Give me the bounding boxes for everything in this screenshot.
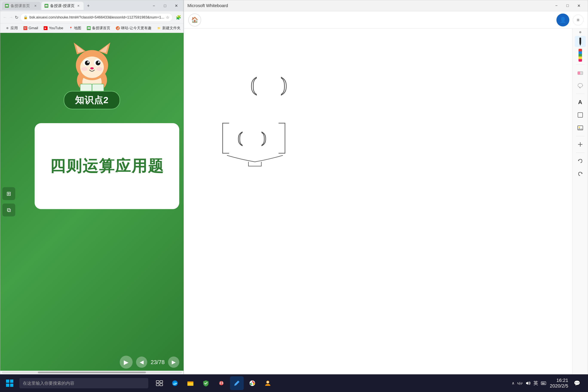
backup-home-favicon: 📖 bbox=[87, 26, 91, 30]
svg-point-11 bbox=[96, 60, 100, 65]
folder-favicon: 📁 bbox=[157, 26, 161, 30]
taskbar-notification-btn[interactable]: 23 bbox=[214, 376, 228, 390]
svg-point-28 bbox=[578, 84, 583, 87]
extensions-icon[interactable]: 🧩 bbox=[174, 13, 182, 22]
wb-right-toolbar: A bbox=[572, 28, 588, 374]
taskbar-task-view-btn[interactable] bbox=[152, 376, 166, 390]
tab2-favicon: 📖 bbox=[44, 4, 48, 8]
input-method-indicator[interactable]: 英 bbox=[534, 380, 538, 386]
wb-tool-pen-black[interactable] bbox=[575, 36, 586, 47]
wb-canvas[interactable]: ( ) ( ) bbox=[184, 28, 572, 374]
taskbar-action-center-btn[interactable]: 💬 bbox=[572, 378, 582, 388]
chrome-horizontal-scrollbar[interactable] bbox=[0, 371, 184, 374]
chrome-addressbar[interactable]: 🔒 bsk.aixuexi.com/shouke.html#/?classId=… bbox=[20, 13, 172, 22]
wb-tool-text[interactable]: A bbox=[575, 96, 586, 108]
taskbar-search[interactable]: 在这里输入你要搜索的内容 bbox=[19, 378, 148, 388]
wb-header: 🏠 👤 ≡ bbox=[184, 12, 588, 28]
knowledge-tag: 知识点2 bbox=[64, 91, 120, 110]
edge-icon bbox=[172, 380, 178, 387]
svg-rect-58 bbox=[544, 382, 544, 383]
taskbar-security-btn[interactable] bbox=[199, 376, 213, 390]
chrome-refresh-btn[interactable]: ↻ bbox=[15, 13, 18, 22]
wb-tool-eraser[interactable] bbox=[575, 67, 586, 78]
taskbar-profile-btn[interactable] bbox=[261, 376, 275, 390]
wb-minimize-btn[interactable]: − bbox=[551, 2, 562, 10]
gmail-label: Gmail bbox=[28, 26, 38, 30]
svg-point-52 bbox=[252, 382, 253, 384]
svg-point-12 bbox=[87, 61, 89, 63]
pen-icon bbox=[234, 380, 240, 387]
tray-caret[interactable]: ∧ bbox=[512, 381, 514, 386]
tab2-close[interactable]: ✕ bbox=[76, 4, 80, 8]
keyboard-icon[interactable] bbox=[541, 380, 546, 386]
wb-user-btn[interactable]: 👤 bbox=[556, 14, 569, 26]
star-icon[interactable]: ☆ bbox=[166, 15, 169, 20]
svg-rect-24 bbox=[580, 38, 581, 44]
chrome-back-btn[interactable]: ← bbox=[3, 13, 7, 22]
migu-label: 咪咕-让今天更有趣 bbox=[121, 26, 152, 30]
lesson-prev-btn[interactable]: ◀ bbox=[136, 356, 147, 368]
taskbar-explorer-btn[interactable] bbox=[184, 376, 197, 390]
wb-home-btn[interactable]: 🏠 bbox=[188, 14, 201, 26]
chrome-close-btn[interactable]: ✕ bbox=[171, 2, 182, 10]
wb-tool-shape[interactable] bbox=[575, 110, 586, 120]
lesson-play-btn[interactable]: ▶ bbox=[120, 356, 132, 368]
chrome-bookmarks-bar: ⚙ 应用 M Gmail ▶ YouTube 📍 地图 📖 备授课首页 🐮 咪咕… bbox=[0, 24, 184, 33]
wb-separator-4 bbox=[576, 152, 584, 153]
tab1-close[interactable]: ✕ bbox=[33, 4, 38, 8]
svg-point-13 bbox=[98, 61, 100, 63]
svg-rect-44 bbox=[160, 384, 163, 386]
wb-tool-add[interactable] bbox=[575, 139, 586, 150]
wb-color-strip[interactable] bbox=[578, 49, 582, 62]
task-view-icon bbox=[156, 380, 163, 387]
grid-view-btn[interactable]: ⊞ bbox=[2, 187, 15, 200]
copy-btn[interactable]: ⧉ bbox=[2, 204, 15, 216]
wb-menu-btn[interactable]: ≡ bbox=[573, 14, 584, 25]
content-card: 四则运算应用题 bbox=[34, 123, 179, 209]
apps-favicon: ⚙ bbox=[5, 26, 9, 30]
chrome-forward-btn[interactable]: → bbox=[9, 13, 13, 22]
chrome-tab-2[interactable]: 📖 备授课-授课页 ✕ bbox=[42, 2, 84, 10]
taskbar-start-btn[interactable] bbox=[2, 377, 17, 390]
scrollbar-track bbox=[2, 372, 182, 373]
svg-line-29 bbox=[580, 87, 580, 88]
svg-point-54 bbox=[267, 381, 269, 383]
eraser-dot-indicator bbox=[579, 31, 581, 33]
svg-point-15 bbox=[82, 67, 88, 71]
migu-favicon: 🐮 bbox=[116, 26, 120, 30]
bookmark-backup-home[interactable]: 📖 备授课首页 bbox=[85, 25, 112, 32]
network-icon[interactable] bbox=[517, 380, 523, 386]
bookmark-youtube[interactable]: ▶ YouTube bbox=[42, 25, 65, 32]
wb-tool-lasso[interactable] bbox=[575, 80, 586, 91]
taskbar-chrome-btn[interactable] bbox=[246, 376, 259, 390]
new-tab-button[interactable]: + bbox=[84, 2, 92, 10]
chrome-minimize-btn[interactable]: − bbox=[148, 2, 160, 10]
taskbar-clock[interactable]: 16:21 2020/2/5 bbox=[550, 378, 568, 389]
wb-close-btn[interactable]: ✕ bbox=[573, 2, 584, 10]
chrome-maximize-btn[interactable]: □ bbox=[160, 2, 171, 10]
wb-maximize-btn[interactable]: □ bbox=[562, 2, 573, 10]
chrome-tab-1[interactable]: 📖 备授课首页 ✕ bbox=[2, 2, 40, 10]
wb-tool-undo[interactable] bbox=[575, 156, 586, 166]
lesson-next-btn[interactable]: ▶ bbox=[168, 356, 179, 368]
svg-text:(: ( bbox=[238, 129, 243, 146]
wb-body: ( ) ( ) bbox=[184, 28, 588, 374]
bookmark-gmail[interactable]: M Gmail bbox=[21, 25, 40, 32]
bookmark-maps[interactable]: 📍 地图 bbox=[66, 25, 84, 32]
scrollbar-thumb[interactable] bbox=[38, 372, 146, 373]
lesson-content: 知识点2 四则运算应用题 ⊞ ⧉ ▶ ◀ 23/78 ▶ bbox=[0, 33, 184, 371]
wb-tool-redo[interactable] bbox=[575, 168, 586, 180]
explorer-icon bbox=[187, 380, 194, 387]
volume-icon[interactable] bbox=[525, 380, 531, 386]
chrome-toolbar: ← → ↻ 🔒 bsk.aixuexi.com/shouke.html#/?cl… bbox=[0, 12, 184, 24]
youtube-favicon: ▶ bbox=[44, 26, 48, 30]
taskbar-sys-tray: ∧ 英 bbox=[512, 380, 546, 386]
taskbar-edge-btn[interactable] bbox=[168, 376, 182, 390]
bookmark-apps[interactable]: ⚙ 应用 bbox=[3, 25, 20, 32]
bookmark-new-folder[interactable]: 📁 新建文件夹 bbox=[155, 25, 183, 32]
svg-rect-30 bbox=[578, 112, 583, 117]
svg-rect-40 bbox=[10, 384, 13, 387]
taskbar-annotate-btn[interactable] bbox=[230, 376, 244, 390]
bookmark-migu[interactable]: 🐮 咪咕-让今天更有趣 bbox=[114, 25, 154, 32]
wb-tool-image[interactable] bbox=[575, 122, 586, 134]
